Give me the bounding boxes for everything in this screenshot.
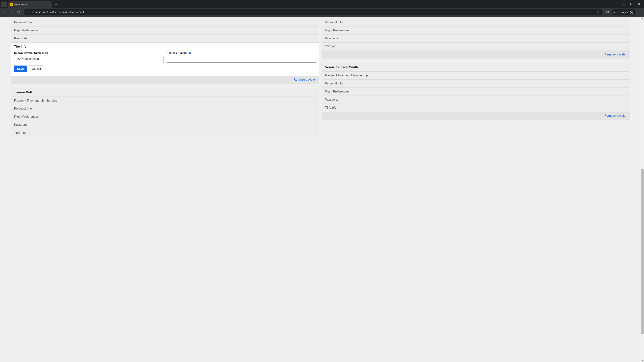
address-bar[interactable]: expedia.com/user/account/?&selc=payment bbox=[24, 9, 602, 15]
incognito-label: Incognito (2) bbox=[619, 11, 633, 14]
tab-strip: My Account bbox=[0, 0, 644, 8]
section-personal-info[interactable]: Personal Info bbox=[322, 18, 630, 26]
window-close-button[interactable] bbox=[637, 2, 641, 5]
section-frequent-flyer[interactable]: Frequent Flyer and Membership bbox=[322, 71, 630, 79]
traveler-name-veron: Veron Johnson Smith bbox=[322, 63, 630, 71]
side-panel-button[interactable] bbox=[605, 10, 610, 14]
card-footer: Remove traveler bbox=[322, 112, 630, 120]
svg-point-1 bbox=[28, 12, 29, 13]
redress-label: Redress Number bbox=[167, 51, 188, 54]
window-controls bbox=[622, 0, 643, 8]
redress-help-icon[interactable]: ? bbox=[189, 52, 191, 54]
traveler-card-2: Personal Info Flight Preferences Passpor… bbox=[322, 18, 630, 59]
section-passports[interactable]: Passports bbox=[11, 34, 319, 42]
cancel-button[interactable]: Cancel bbox=[29, 65, 44, 72]
remove-traveler-link[interactable]: Remove traveler bbox=[604, 114, 626, 117]
browser-menu-button[interactable] bbox=[638, 10, 642, 14]
browser-toolbar: expedia.com/user/account/?&selc=payment … bbox=[0, 8, 644, 17]
section-passports[interactable]: Passports bbox=[322, 34, 630, 42]
card-footer: Remove traveler bbox=[322, 50, 630, 59]
svg-rect-0 bbox=[630, 3, 632, 5]
browser-tab[interactable]: My Account bbox=[8, 1, 52, 8]
svg-point-4 bbox=[640, 12, 640, 12]
traveler-card-1: Personal Info Flight Preferences Passpor… bbox=[11, 18, 319, 84]
section-tsa-info[interactable]: TSA Info bbox=[322, 104, 630, 112]
left-column: Personal Info Flight Preferences Passpor… bbox=[11, 17, 319, 362]
section-personal-info[interactable]: Personal Info bbox=[322, 79, 630, 87]
section-flight-preferences[interactable]: Flight Preferences bbox=[322, 26, 630, 34]
card-footer: Remove traveler bbox=[11, 76, 319, 84]
section-flight-preferences[interactable]: Flight Preferences bbox=[11, 113, 319, 121]
scrollbar-thumb[interactable] bbox=[641, 169, 644, 334]
new-tab-button[interactable] bbox=[53, 2, 59, 7]
section-tsa-info[interactable]: TSA Info bbox=[11, 129, 319, 137]
section-frequent-flyer[interactable]: Frequent Flyer and Membership bbox=[11, 96, 319, 105]
scroll-down-icon[interactable] bbox=[641, 359, 644, 362]
reload-button[interactable] bbox=[16, 9, 22, 15]
svg-point-3 bbox=[640, 11, 640, 11]
ktn-help-icon[interactable]: ? bbox=[45, 52, 48, 54]
redress-field: Redress Number ? bbox=[167, 51, 316, 63]
forward-button[interactable] bbox=[9, 9, 15, 15]
section-flight-preferences[interactable]: Flight Preferences bbox=[11, 26, 319, 34]
traveler-card-lauren: Lauren Deli Frequent Flyer and Membershi… bbox=[11, 88, 319, 137]
tsa-info-panel: TSA Info Known Traveler Number ? bbox=[11, 42, 319, 76]
remove-traveler-link[interactable]: Remove traveler bbox=[604, 53, 626, 56]
save-button[interactable]: Save bbox=[14, 65, 27, 72]
right-column: Personal Info Flight Preferences Passpor… bbox=[322, 17, 630, 362]
redress-input[interactable] bbox=[167, 56, 316, 63]
section-passports[interactable]: Passports bbox=[11, 121, 319, 129]
tab-title: My Account bbox=[15, 3, 45, 6]
section-passports[interactable]: Passports bbox=[322, 95, 630, 104]
tab-close-button[interactable] bbox=[46, 3, 50, 6]
ktn-field: Known Traveler Number ? bbox=[14, 51, 164, 63]
vertical-scrollbar[interactable] bbox=[641, 17, 644, 362]
window-minimize-button[interactable] bbox=[622, 2, 625, 5]
tsa-heading: TSA Info bbox=[14, 45, 316, 48]
back-button[interactable] bbox=[2, 9, 8, 15]
traveler-card-veron: Veron Johnson Smith Frequent Flyer and M… bbox=[322, 63, 630, 120]
expedia-favicon-icon bbox=[10, 3, 13, 6]
page-content: Personal Info Flight Preferences Passpor… bbox=[0, 17, 641, 362]
section-personal-info[interactable]: Personal Info bbox=[11, 18, 319, 26]
svg-rect-2 bbox=[606, 11, 608, 13]
scroll-up-icon[interactable] bbox=[641, 17, 644, 20]
section-personal-info[interactable]: Personal Info bbox=[11, 105, 319, 113]
site-settings-icon[interactable] bbox=[26, 10, 30, 14]
url-text: expedia.com/user/account/?&selc=payment bbox=[32, 11, 594, 14]
ktn-label: Known Traveler Number bbox=[14, 51, 44, 54]
svg-point-5 bbox=[640, 13, 640, 13]
remove-traveler-link[interactable]: Remove traveler bbox=[294, 78, 316, 81]
window-maximize-button[interactable] bbox=[630, 2, 633, 5]
traveler-name-lauren: Lauren Deli bbox=[11, 88, 319, 96]
section-tsa-info[interactable]: TSA Info bbox=[322, 42, 630, 50]
section-flight-preferences[interactable]: Flight Preferences bbox=[322, 87, 630, 95]
incognito-indicator[interactable]: Incognito (2) bbox=[612, 9, 636, 15]
tab-search-button[interactable] bbox=[1, 1, 7, 7]
bookmark-star-icon[interactable] bbox=[596, 10, 600, 14]
ktn-input[interactable] bbox=[14, 56, 164, 63]
